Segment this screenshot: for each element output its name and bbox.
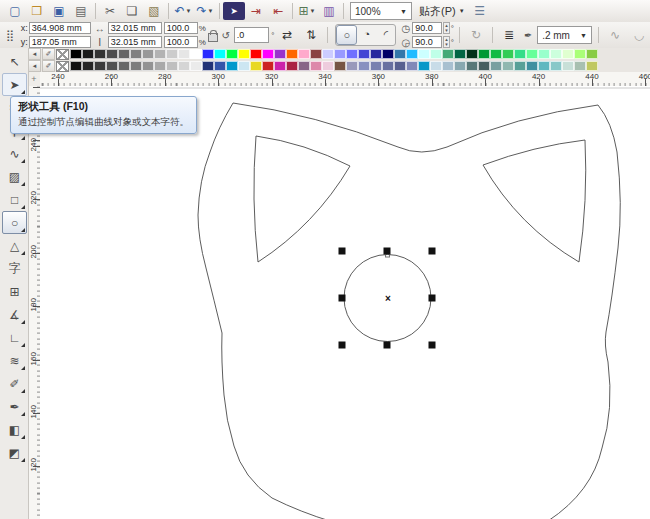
cut-icon[interactable]: ✂ <box>99 1 121 21</box>
color-swatch[interactable] <box>358 61 370 71</box>
export-icon[interactable]: ⇤ <box>267 1 289 21</box>
color-swatch[interactable] <box>574 61 586 71</box>
color-swatch[interactable] <box>394 49 406 59</box>
no-color-swatch[interactable] <box>56 49 69 60</box>
color-swatch[interactable] <box>286 61 298 71</box>
color-swatch[interactable] <box>250 61 262 71</box>
color-swatch[interactable] <box>310 49 322 59</box>
color-swatch[interactable] <box>562 61 574 71</box>
object-width-field[interactable]: 32.015 mm <box>108 22 162 34</box>
color-swatch[interactable] <box>202 61 214 71</box>
palette-eyedropper-icon[interactable]: ✐ <box>42 60 55 72</box>
object-height-field[interactable]: 32.015 mm <box>108 36 162 48</box>
selection-handle[interactable] <box>384 342 391 349</box>
color-swatch[interactable] <box>214 49 226 59</box>
color-swatch[interactable] <box>526 49 538 59</box>
color-swatch[interactable] <box>142 49 154 59</box>
color-swatch[interactable] <box>178 49 190 59</box>
color-swatch[interactable] <box>394 61 406 71</box>
dimension-tool[interactable]: ∡ <box>2 303 27 326</box>
selection-handle[interactable] <box>384 248 391 255</box>
lock-ratio-icon[interactable] <box>208 33 218 42</box>
snap-to-button[interactable]: 贴齐(P) ▼ <box>415 2 469 20</box>
color-swatch[interactable] <box>226 61 238 71</box>
color-swatch[interactable] <box>94 49 106 59</box>
selection-handle[interactable] <box>339 248 346 255</box>
color-swatch[interactable] <box>586 61 598 71</box>
chevron-down-icon[interactable]: ▼ <box>459 8 465 14</box>
color-swatch[interactable] <box>106 61 118 71</box>
polygon-tool[interactable]: △ <box>2 234 27 257</box>
color-swatch[interactable] <box>346 49 358 59</box>
color-swatch[interactable] <box>142 61 154 71</box>
redo-icon[interactable]: ↷▼ <box>194 1 216 21</box>
color-swatch[interactable] <box>430 61 442 71</box>
left-inner-ear-outline[interactable] <box>254 136 350 262</box>
color-swatch[interactable] <box>106 49 118 59</box>
x-position-field[interactable]: 364.908 mm <box>29 22 91 34</box>
color-swatch[interactable] <box>298 61 310 71</box>
color-swatch[interactable] <box>550 49 562 59</box>
color-swatch[interactable] <box>82 61 94 71</box>
ellipse-tool[interactable]: ○ <box>2 211 27 234</box>
color-swatch[interactable] <box>226 49 238 59</box>
color-swatch[interactable] <box>586 49 598 59</box>
color-swatch[interactable] <box>370 49 382 59</box>
color-swatch[interactable] <box>466 49 478 59</box>
color-swatch[interactable] <box>250 49 262 59</box>
y-position-field[interactable]: 187.05 mm <box>29 36 91 48</box>
chevron-down-icon[interactable]: ▼ <box>186 8 192 14</box>
selection-handle[interactable] <box>429 295 436 302</box>
color-swatch[interactable] <box>454 49 466 59</box>
zoom-level-combo[interactable]: 100% ▼ <box>350 2 412 20</box>
drawing-canvas[interactable]: × <box>40 86 650 519</box>
color-swatch[interactable] <box>214 61 226 71</box>
color-swatch[interactable] <box>322 61 334 71</box>
color-swatch[interactable] <box>562 49 574 59</box>
color-swatch[interactable] <box>502 61 514 71</box>
color-swatch[interactable] <box>322 49 334 59</box>
text-tool[interactable]: 字 <box>2 257 27 280</box>
save-icon[interactable]: ▣ <box>48 1 70 21</box>
color-swatch[interactable] <box>478 61 490 71</box>
color-swatch[interactable] <box>94 61 106 71</box>
palette-scroll-left-button[interactable]: ◂ <box>28 48 41 60</box>
palette-eyedropper-icon[interactable]: ✐ <box>42 48 55 60</box>
color-swatch[interactable] <box>310 61 322 71</box>
freehand-tool[interactable]: ∿ <box>2 142 27 165</box>
palette-scroll-left-button[interactable]: ◂ <box>28 60 41 72</box>
color-swatch[interactable] <box>502 49 514 59</box>
open-folder-icon[interactable]: ❒ <box>26 1 48 21</box>
search-content-icon[interactable]: ➤ <box>223 2 245 20</box>
convert-to-curves-icon[interactable]: ∿ <box>604 25 626 45</box>
horizontal-ruler[interactable]: 240260280300320340360380400420440460 <box>40 72 650 87</box>
close-curve-icon[interactable]: ◡ <box>628 25 650 45</box>
shape-tool[interactable]: ➤ <box>2 73 27 96</box>
color-swatch[interactable] <box>370 61 382 71</box>
chevron-down-icon[interactable]: ▼ <box>394 8 407 15</box>
color-eyedropper-tool[interactable]: ✐ <box>2 372 27 395</box>
color-swatch[interactable] <box>154 49 166 59</box>
pie-button[interactable]: ◔ <box>357 25 376 43</box>
connector-tool[interactable]: ∟ <box>2 326 27 349</box>
end-angle-field[interactable]: 90.0 <box>412 36 442 48</box>
welcome-screen-icon[interactable]: ▥ <box>318 1 340 21</box>
scale-vertical-field[interactable]: 100.0 <box>164 36 198 48</box>
color-swatch[interactable] <box>274 49 286 59</box>
chevron-down-icon[interactable]: ▼ <box>208 8 214 14</box>
color-swatch[interactable] <box>418 61 430 71</box>
selection-center-marker[interactable]: × <box>385 293 391 304</box>
wrap-paragraph-text-icon[interactable]: ≣ <box>498 25 520 45</box>
import-icon[interactable]: ⇥ <box>245 1 267 21</box>
spinner[interactable]: ▴▾ <box>443 22 450 34</box>
color-swatch[interactable] <box>262 49 274 59</box>
rotation-angle-field[interactable]: .0 <box>234 27 269 43</box>
color-swatch[interactable] <box>202 49 214 59</box>
color-swatch[interactable] <box>178 61 190 71</box>
selection-handle[interactable] <box>339 295 346 302</box>
color-swatch[interactable] <box>406 49 418 59</box>
chevron-down-icon[interactable]: ▼ <box>574 32 587 39</box>
color-swatch[interactable] <box>454 61 466 71</box>
color-swatch[interactable] <box>538 61 550 71</box>
color-swatch[interactable] <box>382 61 394 71</box>
